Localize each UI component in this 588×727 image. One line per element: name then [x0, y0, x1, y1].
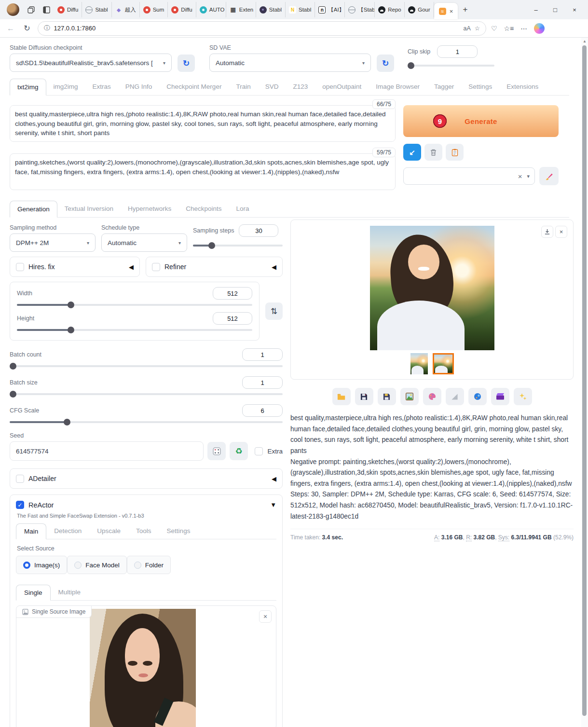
generated-image[interactable]	[370, 226, 494, 350]
tab-img2img[interactable]: img2img	[46, 79, 85, 96]
browser-tab[interactable]: Stabl	[256, 2, 286, 17]
reactor-tab-tools[interactable]: Tools	[128, 523, 159, 539]
browser-tab[interactable]: Sum	[140, 2, 168, 17]
back-icon[interactable]: ←	[5, 24, 16, 33]
browser-essentials-icon[interactable]: ♡	[491, 25, 497, 32]
tab-extras[interactable]: Extras	[85, 79, 118, 96]
cfg-scale-input[interactable]: 6	[242, 404, 283, 417]
browser-tab[interactable]: Stabl	[82, 2, 111, 17]
tab-image-browser[interactable]: Image Browser	[369, 79, 427, 96]
clip-skip-slider[interactable]	[408, 62, 494, 69]
apply-styles-button[interactable]	[446, 144, 464, 161]
batch-size-slider[interactable]	[10, 391, 283, 398]
tab-hypernetworks[interactable]: Hypernetworks	[121, 201, 178, 218]
tab-single[interactable]: Single	[16, 585, 51, 601]
send-to-img2img-icon[interactable]	[400, 388, 419, 405]
refresh-checkpoint-button[interactable]: ↻	[178, 55, 195, 72]
tab-textual-inversion[interactable]: Textual Inversion	[57, 201, 121, 218]
reactor-tab-detection[interactable]: Detection	[46, 523, 89, 539]
vae-dropdown[interactable]: Automatic ▾	[209, 54, 371, 72]
tab-openoutpaint[interactable]: openOutpaint	[315, 79, 369, 96]
source-folder-radio[interactable]: Folder	[127, 556, 171, 574]
reactor-header[interactable]: ReActor ▼	[16, 501, 276, 509]
clear-styles-icon[interactable]: ×	[518, 172, 522, 180]
collapse-arrow-icon[interactable]: ◀	[129, 263, 134, 271]
vertical-tabs-icon[interactable]	[41, 4, 52, 15]
tab-train[interactable]: Train	[229, 79, 258, 96]
send-to-extras-palette-icon[interactable]	[423, 388, 441, 405]
tab-generation[interactable]: Generation	[10, 201, 57, 218]
generate-button[interactable]: 9 Generate	[403, 105, 559, 137]
reuse-seed-recycle-icon[interactable]: ♻	[230, 442, 248, 460]
collapse-arrow-icon[interactable]: ◀	[272, 263, 276, 271]
collapse-arrow-icon[interactable]: ◀	[272, 475, 276, 482]
reactor-tab-settings[interactable]: Settings	[159, 523, 198, 539]
adetailer-panel[interactable]: ADetailer ◀	[10, 468, 283, 489]
tab-txt2img[interactable]: txt2img	[10, 79, 46, 96]
clip-skip-input[interactable]: 1	[437, 45, 478, 58]
checkpoint-dropdown[interactable]: sd\SD1.5\beautifulRealistic_brav5.safete…	[10, 54, 172, 72]
tab-close-icon[interactable]: ×	[450, 8, 453, 15]
tab-png-info[interactable]: PNG Info	[118, 79, 160, 96]
tab-checkpoints[interactable]: Checkpoints	[178, 201, 229, 218]
browser-tab-active[interactable]: ×	[434, 3, 458, 19]
batch-count-input[interactable]: 1	[242, 348, 283, 361]
width-slider[interactable]	[17, 302, 252, 308]
browser-tab[interactable]: AUTO	[196, 2, 226, 17]
bookmark-star-icon[interactable]: ☆	[475, 25, 480, 32]
save-zip-icon[interactable]	[378, 388, 396, 405]
browser-tab[interactable]: Stabl	[286, 2, 315, 17]
source-images-radio[interactable]: Image(s)	[16, 556, 67, 574]
download-icon[interactable]	[541, 226, 553, 238]
styles-dropdown[interactable]: × ▾	[403, 167, 535, 185]
maximize-button[interactable]: □	[546, 1, 565, 18]
sampling-steps-input[interactable]: 30	[239, 224, 278, 237]
hires-fix-checkbox[interactable]	[16, 263, 24, 271]
address-bar[interactable]: ⓘ 127.0.0.1:7860 aA ☆	[38, 21, 486, 36]
page-scrollbar[interactable]: ▲	[581, 38, 588, 727]
extra-seed-toggle[interactable]: Extra	[255, 447, 283, 455]
tab-z123[interactable]: Z123	[286, 79, 315, 96]
tab-multiple[interactable]: Multiple	[51, 585, 89, 601]
browser-tab[interactable]: 超入	[112, 2, 140, 17]
schedule-type-dropdown[interactable]: Automatic ▾	[101, 233, 187, 252]
more-menu-icon[interactable]: ⋯	[520, 25, 527, 32]
gallery-thumb-2-selected[interactable]	[433, 353, 454, 374]
gallery-thumb-1[interactable]	[410, 353, 428, 374]
reactor-checkbox[interactable]	[16, 501, 24, 509]
minimize-button[interactable]: –	[526, 1, 546, 18]
close-image-icon[interactable]: ×	[555, 226, 567, 238]
enhance-sparkles-icon[interactable]	[514, 388, 532, 405]
negative-prompt-input[interactable]: painting,sketches,(worst quality:2),lowe…	[10, 153, 396, 190]
scrollbar-thumb[interactable]	[582, 45, 587, 716]
tab-svd[interactable]: SVD	[258, 79, 286, 96]
read-aloud-icon[interactable]: aA	[463, 25, 470, 32]
ruler-icon[interactable]	[446, 388, 464, 405]
tab-checkpoint-merger[interactable]: Checkpoint Merger	[159, 79, 229, 96]
photopea-globe-icon[interactable]	[468, 388, 487, 405]
sampling-steps-slider[interactable]	[193, 242, 283, 249]
tab-settings[interactable]: Settings	[461, 79, 499, 96]
seed-input[interactable]	[10, 441, 204, 461]
tab-extensions[interactable]: Extensions	[499, 79, 546, 96]
favorites-icon[interactable]: ☆≡	[504, 25, 514, 32]
refiner-checkbox[interactable]	[152, 263, 160, 271]
browser-tab[interactable]: Diffu	[54, 2, 82, 17]
refresh-vae-button[interactable]: ↻	[377, 55, 394, 72]
clear-prompt-button[interactable]	[424, 144, 442, 161]
open-folder-icon[interactable]	[332, 388, 351, 405]
height-input[interactable]: 512	[213, 312, 252, 325]
refiner-panel[interactable]: Refiner ◀	[146, 257, 283, 277]
close-button[interactable]: ×	[565, 1, 584, 18]
source-face-model-radio[interactable]: Face Model	[67, 556, 127, 574]
copilot-icon[interactable]	[534, 23, 545, 34]
hires-fix-panel[interactable]: Hires. fix ◀	[10, 257, 140, 277]
extra-checkbox[interactable]	[255, 447, 263, 455]
tab-tagger[interactable]: Tagger	[427, 79, 461, 96]
tab-lora[interactable]: Lora	[229, 201, 256, 218]
browser-tab[interactable]: Gour	[405, 2, 434, 17]
browser-tab[interactable]: 【Stab	[345, 2, 375, 17]
random-seed-dice-icon[interactable]	[207, 442, 226, 460]
source-portrait-image[interactable]	[90, 609, 196, 727]
workspaces-icon[interactable]	[26, 4, 36, 15]
